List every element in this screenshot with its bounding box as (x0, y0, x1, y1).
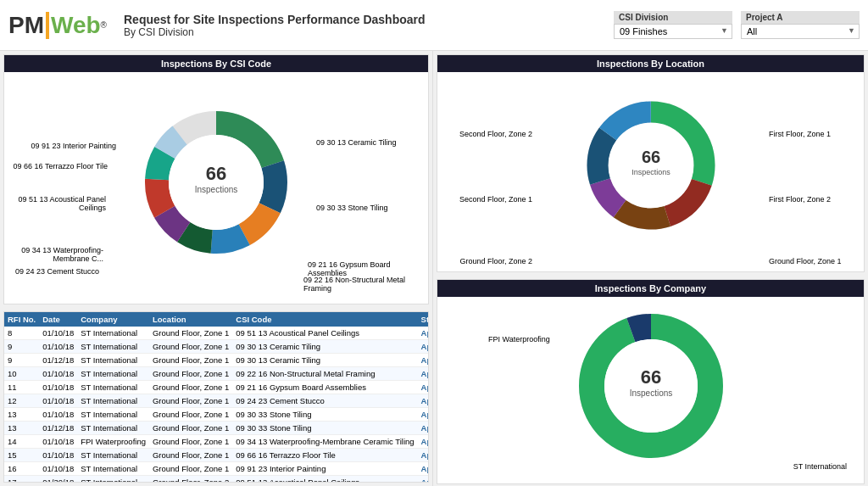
table-row: 1301/12/18ST InternationalGround Floor, … (4, 422, 428, 435)
table-cell: 8 (4, 327, 39, 340)
logo-pm: PM (8, 12, 44, 39)
svg-text:Inspections: Inspections (632, 168, 670, 176)
table-cell: Approved (418, 340, 428, 354)
svg-text:Inspections: Inspections (195, 185, 238, 194)
csi-label-metal: 09 22 16 Non-Structural Metal Framing (303, 276, 426, 293)
table-row: 1601/10/18ST InternationalGround Floor, … (4, 462, 428, 476)
table-cell: Approved (418, 327, 428, 340)
svg-text:66: 66 (640, 366, 660, 388)
table-cell: Approved (418, 476, 428, 483)
page-subtitle: By CSI Division (124, 26, 614, 38)
table-header-row: RFI No. Date Company Location CSI Code S… (4, 312, 428, 327)
csi-division-filter: CSI Division 09 Finishes (614, 11, 732, 39)
table-cell: 16 (4, 462, 39, 476)
table-cell: 09 51 13 Acoustical Panel Ceilings (232, 327, 417, 340)
table-cell: Approved (418, 394, 428, 408)
table-cell: Ground Floor, Zone 1 (149, 327, 232, 340)
loc-label-gf2: Ground Floor, Zone 2 (439, 257, 532, 265)
table-cell: Ground Floor, Zone 1 (149, 354, 232, 367)
table-cell: 01/12/18 (39, 354, 77, 367)
table-cell: 13 (4, 408, 39, 422)
location-donut-svg: 66 Inspections (575, 89, 727, 242)
table-cell: 01/10/18 (39, 435, 77, 449)
table-cell: Ground Floor, Zone 1 (149, 394, 232, 408)
table-cell: 13 (4, 422, 39, 435)
logo-reg: ® (101, 20, 107, 30)
table-row: 801/10/18ST InternationalGround Floor, Z… (4, 327, 428, 340)
project-select[interactable]: All (741, 24, 860, 39)
table-cell: Approved (418, 408, 428, 422)
project-label: Project A (741, 11, 860, 24)
table-cell: 09 21 16 Gypsum Board Assemblies (232, 381, 417, 394)
table-cell: ST International (77, 449, 149, 462)
table-row: 1101/10/18ST InternationalGround Floor, … (4, 381, 428, 394)
table-row: 901/12/18ST InternationalGround Floor, Z… (4, 354, 428, 367)
table-row: 1001/10/18ST InternationalGround Floor, … (4, 367, 428, 381)
project-filter: Project A All (741, 11, 860, 39)
csi-label-gypsum: 09 21 16 Gypsum Board Assemblies (308, 260, 426, 277)
table-cell: 11 (4, 381, 39, 394)
logo-bar (46, 12, 49, 39)
svg-text:66: 66 (641, 148, 659, 166)
company-chart-area: FPI Waterproofing ST International 66 In… (437, 297, 864, 483)
table-cell: 01/10/18 (39, 381, 77, 394)
csi-division-label: CSI Division (614, 11, 732, 24)
col-rfi: RFI No. (4, 312, 39, 327)
table-cell: ST International (77, 340, 149, 354)
col-status: Status (418, 312, 428, 327)
col-location: Location (149, 312, 232, 327)
table-cell: ST International (77, 408, 149, 422)
table-cell: 01/10/18 (39, 327, 77, 340)
company-label-st: ST International (793, 462, 847, 471)
table-cell: ST International (77, 476, 149, 483)
table-cell: 01/10/18 (39, 367, 77, 381)
table-row: 1301/10/18ST InternationalGround Floor, … (4, 408, 428, 422)
location-chart: Inspections By Location Second Floor, Zo… (437, 54, 865, 272)
inspection-table: RFI No. Date Company Location CSI Code S… (3, 311, 429, 483)
header-title: Request for Site Inspections Performance… (124, 13, 614, 38)
table-cell: ST International (77, 327, 149, 340)
table-cell: ST International (77, 394, 149, 408)
company-chart-title: Inspections By Company (437, 280, 864, 297)
table-cell: 9 (4, 354, 39, 367)
table-cell: Approved (418, 367, 428, 381)
loc-label-ff1: First Floor, Zone 1 (769, 130, 862, 138)
table-cell: ST International (77, 422, 149, 435)
table-cell: Approved (418, 449, 428, 462)
csi-label-terrazzo: 09 66 16 Terrazzo Floor Tile (6, 162, 108, 170)
data-table: RFI No. Date Company Location CSI Code S… (4, 312, 428, 482)
table-cell: 01/10/18 (39, 394, 77, 408)
col-csi-code: CSI Code (232, 312, 417, 327)
logo-web: Web (51, 12, 101, 39)
table-cell: Ground Floor, Zone 2 (149, 476, 232, 483)
table-cell: Ground Floor, Zone 1 (149, 381, 232, 394)
table-cell: Ground Floor, Zone 1 (149, 462, 232, 476)
logo: PM Web ® (8, 12, 107, 39)
table-cell: Approved (418, 462, 428, 476)
table-cell: 17 (4, 476, 39, 483)
project-select-wrapper[interactable]: All (741, 24, 860, 39)
csi-label-acoustical: 09 51 13 Acoustical Panel Ceilings (6, 195, 106, 212)
csi-label-painting: 09 91 23 Interior Painting (6, 142, 116, 150)
header-filters: CSI Division 09 Finishes Project A All (614, 11, 860, 39)
table-row: 1401/10/18FPI WaterproofingGround Floor,… (4, 435, 428, 449)
csi-division-select-wrapper[interactable]: 09 Finishes (614, 24, 732, 39)
company-donut-svg: 66 Inspections (566, 305, 736, 466)
csi-division-select[interactable]: 09 Finishes (614, 24, 732, 39)
table-row: 1701/30/18ST InternationalGround Floor, … (4, 476, 428, 483)
table-wrapper[interactable]: RFI No. Date Company Location CSI Code S… (4, 312, 428, 482)
table-cell: Approved (418, 435, 428, 449)
table-row: 901/10/18ST InternationalGround Floor, Z… (4, 340, 428, 354)
page-title: Request for Site Inspections Performance… (124, 13, 614, 26)
table-cell: 01/10/18 (39, 462, 77, 476)
table-cell: 09 91 23 Interior Painting (232, 462, 417, 476)
table-body: 801/10/18ST InternationalGround Floor, Z… (4, 327, 428, 482)
csi-label-stone: 09 30 33 Stone Tiling (316, 204, 426, 212)
location-chart-area: Second Floor, Zone 2 Second Floor, Zone … (437, 72, 864, 271)
table-cell: Ground Floor, Zone 1 (149, 340, 232, 354)
table-cell: 01/10/18 (39, 449, 77, 462)
table-cell: Approved (418, 354, 428, 367)
table-cell: Approved (418, 381, 428, 394)
table-cell: 01/10/18 (39, 408, 77, 422)
header: PM Web ® Request for Site Inspections Pe… (0, 0, 868, 51)
